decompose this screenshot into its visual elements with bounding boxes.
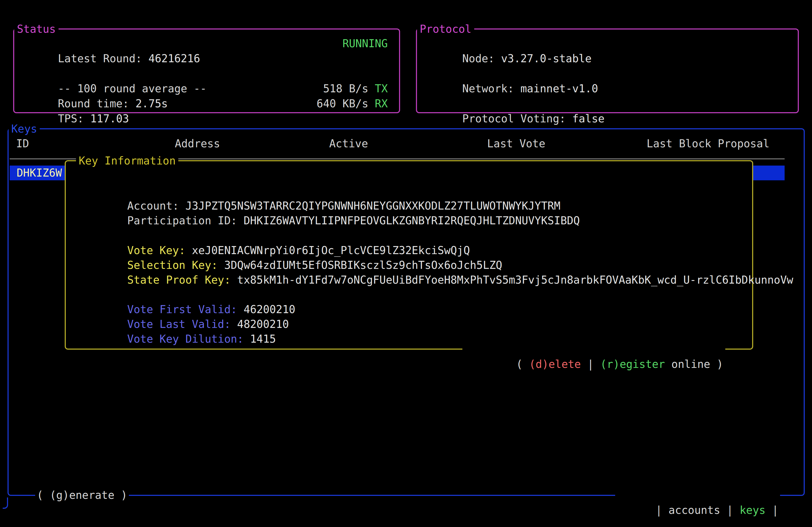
status-panel: Status Latest Round: 46216216 RUNNING --… [13,28,400,113]
tab-keys[interactable]: keys [740,504,766,516]
stray-border-artifact [3,497,8,509]
key-information-title: Key Information [76,153,178,168]
protocol-panel-title: Protocol [417,21,474,36]
tps-label: TPS: [58,112,90,125]
delete-action-button[interactable]: (d)elete [529,358,581,370]
generate-action-button[interactable]: ( (g)enerate ) [35,487,129,502]
column-header-address: Address [175,136,220,151]
column-header-active: Active [329,136,368,151]
terminal-screen: Status Latest Round: 46216216 RUNNING --… [0,0,812,527]
node-state-badge: RUNNING [342,36,388,51]
status-panel-title: Status [14,21,59,36]
tx-rate: 518 B/s TX [323,81,388,96]
protocol-voting-line: Protocol Voting: false [423,96,786,111]
participation-id-value: DHKIZ6WAVTYLIIPNFPEOVGLKZGNBYRI2RQEQJHLT… [244,214,580,227]
register-action-button[interactable]: (r)egister [600,358,665,370]
protocol-panel: Protocol Node: v3.27.0-stable Network: m… [416,28,799,113]
network-label: Network: [462,82,521,95]
vote-last-valid-line: Vote Last Valid: 48200210 [75,302,747,317]
column-header-last-vote: Last Vote [487,136,545,151]
latest-round-line: Latest Round: 46216216 RUNNING [19,36,388,51]
node-label: Node: [462,52,501,65]
column-header-last-block-proposal: Last Block Proposal [647,136,770,151]
participation-id-line: Participation ID: DHKIZ6WAVTYLIIPNFPEOVG… [75,198,747,213]
vote-key-dilution-line: Vote Key Dilution: 1415 [75,316,747,331]
keys-panel: Keys ID Address Active Last Vote Last Bl… [8,128,805,496]
key-id-cell: DHKIZ6W [10,167,62,179]
account-line: Account: J3JPZTQ5NSW3TARRC2QIYPGNWNH6NEY… [75,183,747,198]
node-version: v3.27.0-stable [501,52,592,65]
participation-id-label: Participation ID: [127,214,244,227]
tps-value: 117.03 [90,112,129,125]
network-value: mainnet-v1.0 [520,82,598,95]
latest-round-value: 46216216 [148,52,200,65]
node-version-line: Node: v3.27.0-stable [423,36,786,51]
state-proof-key-label: State Proof Key: [127,274,237,286]
latest-round-label: Latest Round: [58,52,148,65]
rx-label: RX [375,97,388,110]
vote-key-dilution-value: 1415 [250,333,276,345]
vote-key-dilution-label: Vote Key Dilution: [127,333,250,345]
state-proof-key-line: State Proof Key: tx85kM1h-dY1Fd7w7oNCgFU… [75,257,747,272]
view-tabs: | accounts | keys | [615,487,780,502]
round-average-header: -- 100 round average -- [19,66,388,81]
round-time-line: Round time: 2.75s 518 B/s TX [19,81,388,96]
selection-key-line: Selection Key: 3DQw64zdIUMt5EfOSRBIKsczl… [75,243,747,258]
key-information-panel: Key Information Account: J3JPZTQ5NSW3TAR… [65,160,753,350]
column-header-id: ID [16,136,29,151]
tx-label: TX [375,82,388,95]
keys-panel-title: Keys [9,121,40,136]
tps-line: TPS: 117.03 640 KB/s RX [19,96,388,111]
vote-key-line: Vote Key: xeJ0ENIACWNrpYi0r6IjOc_PlcVCE9… [75,228,747,243]
protocol-voting-label: Protocol Voting: [462,112,572,125]
rx-rate: 640 KB/s RX [317,96,388,111]
state-proof-key-value: tx85kM1h-dY1Fd7w7oNCgFUeUiBdFYoeH8MxPhTv… [237,274,793,286]
vote-first-valid-line: Vote First Valid: 46200210 [75,287,747,302]
tab-accounts[interactable]: accounts [669,504,721,516]
protocol-voting-value: false [572,112,605,125]
network-line: Network: mainnet-v1.0 [423,66,786,81]
key-actions: ( (d)elete | (r)egister online ) [462,342,725,357]
